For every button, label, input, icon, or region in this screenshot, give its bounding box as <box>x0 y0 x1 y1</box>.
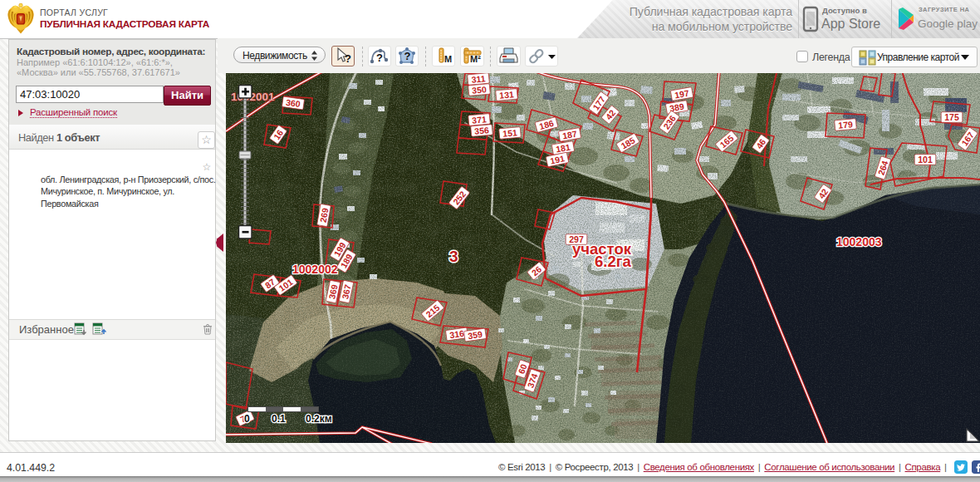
svg-text:175: 175 <box>944 112 959 122</box>
svg-text:311: 311 <box>471 73 486 84</box>
svg-text:?: ? <box>404 50 411 62</box>
svg-text:1002003: 1002003 <box>836 235 882 248</box>
svg-text:0.1: 0.1 <box>272 413 286 425</box>
svg-text:0: 0 <box>244 413 250 425</box>
svg-text:Google play: Google play <box>918 17 978 30</box>
svg-text:?: ? <box>345 52 351 65</box>
svg-text:App Store: App Store <box>821 17 880 31</box>
svg-text:1002002: 1002002 <box>292 263 338 276</box>
svg-text:359: 359 <box>467 329 483 341</box>
svg-text:M²: M² <box>470 54 481 64</box>
svg-text:?: ? <box>376 52 383 64</box>
svg-text:101: 101 <box>918 155 933 165</box>
svg-text:M: M <box>444 54 452 64</box>
svg-text:179: 179 <box>838 119 854 130</box>
svg-text:297: 297 <box>569 234 584 244</box>
svg-text:350: 350 <box>472 84 488 95</box>
svg-text:3: 3 <box>449 248 458 265</box>
svg-text:0.2км: 0.2км <box>306 413 332 425</box>
svg-text:1002001: 1002001 <box>231 91 275 103</box>
svg-text:151: 151 <box>502 127 518 138</box>
svg-text:ЗАГРУЗИТЕ НА: ЗАГРУЗИТЕ НА <box>919 6 970 13</box>
svg-text:316: 316 <box>448 328 464 340</box>
svg-text:356: 356 <box>474 125 490 135</box>
svg-text:360: 360 <box>285 97 301 109</box>
svg-text:371: 371 <box>472 114 488 125</box>
svg-text:131: 131 <box>499 89 515 100</box>
svg-text:Доступно в: Доступно в <box>822 6 867 15</box>
svg-text:6.2га: 6.2га <box>595 253 631 270</box>
